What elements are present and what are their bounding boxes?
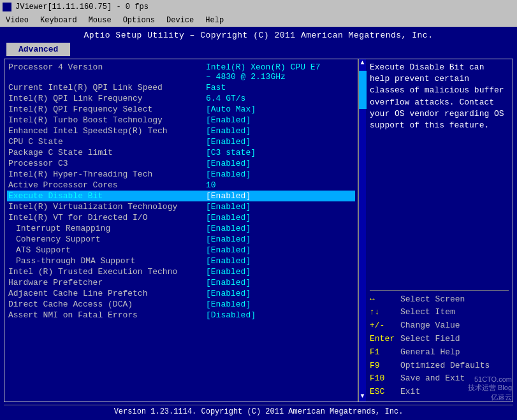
bios-header: Aptio Setup Utility – Copyright (C) 2011… xyxy=(0,27,517,41)
setting-name: Assert NMI on Fatal Errors xyxy=(8,310,206,320)
app-icon xyxy=(3,3,11,11)
setting-row: Package C State limit[C3 state] xyxy=(7,147,355,158)
watermark-line3: 亿速云 xyxy=(468,393,512,402)
scrollbar[interactable]: ▲ ▼ xyxy=(358,59,366,402)
legend-key: ↑↓ xyxy=(370,306,395,319)
setting-row: ATS Support[Enabled] xyxy=(7,245,355,256)
legend-key: ↔ xyxy=(370,293,395,307)
scroll-thumb[interactable] xyxy=(359,71,367,109)
setting-value: [Enabled] xyxy=(206,224,251,233)
setting-row: Intel(R) Virtualization Technology[Enabl… xyxy=(7,201,355,212)
setting-row: Intel(R) QPI Link Frequency6.4 GT/s xyxy=(7,93,355,104)
setting-row: Pass-through DMA Support[Enabled] xyxy=(7,256,355,266)
setting-name: ATS Support xyxy=(8,245,206,255)
setting-name: Interrupt Remapping xyxy=(8,224,206,233)
setting-value: [Enabled] xyxy=(206,278,251,287)
setting-row: Coherency Support[Enabled] xyxy=(7,234,355,245)
setting-value: [Enabled] xyxy=(206,245,251,255)
legend-row: ↑↓Select Item xyxy=(370,306,509,319)
legend-key: F1 xyxy=(370,346,395,359)
setting-row: Current Intel(R) QPI Link SpeedFast xyxy=(7,82,355,93)
setting-name: Intel(R) QPI Link Frequency xyxy=(8,94,206,103)
setting-value: [Enabled] xyxy=(206,170,251,179)
setting-value: [Disabled] xyxy=(206,310,256,320)
watermark-line1: 51CTO.com xyxy=(468,375,512,383)
tab-advanced[interactable]: Advanced xyxy=(6,43,70,56)
help-text: Execute Disable Bit can help prevent cer… xyxy=(370,62,509,290)
menu-bar: VideoKeyboardMouseOptionsDeviceHelp xyxy=(0,14,517,27)
legend-desc: Optimized Defaults xyxy=(400,359,490,373)
watermark-line2: 技术运营 Blog xyxy=(468,383,512,393)
settings-panel[interactable]: Processor 4 VersionIntel(R) Xeon(R) CPU … xyxy=(4,59,358,402)
legend-key: +/- xyxy=(370,319,395,333)
setting-row: Direct Cache Access (DCA)[Enabled] xyxy=(7,299,355,310)
title-bar-text: JViewer[11.11.160.75] - 0 fps xyxy=(15,3,149,11)
setting-row: Intel(R) QPI Frequency Select[Auto Max] xyxy=(7,104,355,115)
setting-name: Intel(R) Virtualization Technology xyxy=(8,202,206,212)
legend-desc: Select Field xyxy=(400,333,460,346)
legend-desc: Select Screen xyxy=(400,293,465,307)
content-area: Processor 4 VersionIntel(R) Xeon(R) CPU … xyxy=(4,59,513,402)
setting-name: Hardware Prefetcher xyxy=(8,278,206,287)
menu-item-options[interactable]: Options xyxy=(121,16,157,25)
setting-row: Intel (R) Trusted Execution Techno[Enabl… xyxy=(7,266,355,277)
menu-item-help[interactable]: Help xyxy=(203,16,226,25)
setting-name: Pass-through DMA Support xyxy=(8,256,206,266)
title-bar: JViewer[11.11.160.75] - 0 fps xyxy=(0,0,517,14)
legend-desc: Exit xyxy=(400,386,420,399)
legend-desc: Save and Exit xyxy=(400,372,465,386)
setting-name: Adjacent Cache Line Prefetch xyxy=(8,289,206,298)
watermark: 51CTO.com 技术运营 Blog 亿速云 xyxy=(468,375,512,402)
setting-value: [Enabled] xyxy=(206,126,251,136)
setting-row: Intel(R) VT for Directed I/O[Enabled] xyxy=(7,212,355,223)
menu-item-keyboard[interactable]: Keyboard xyxy=(38,16,79,25)
setting-name: Intel (R) Trusted Execution Techno xyxy=(8,267,206,277)
setting-value: [Enabled] xyxy=(206,256,251,266)
setting-name: Execute Disable Bit xyxy=(8,191,206,201)
menu-item-device[interactable]: Device xyxy=(164,16,196,25)
setting-row: Intel(R) Hyper-Threading Tech[Enabled] xyxy=(7,169,355,180)
setting-value: [Enabled] xyxy=(206,235,251,244)
setting-name: Package C State limit xyxy=(8,148,206,157)
legend-key: F10 xyxy=(370,372,395,386)
setting-value: [Enabled] xyxy=(206,159,251,168)
setting-row: Active Processor Cores10 xyxy=(7,180,355,191)
setting-row: CPU C State[Enabled] xyxy=(7,136,355,147)
scroll-down-arrow[interactable]: ▼ xyxy=(359,393,367,402)
setting-name: Intel(R) Hyper-Threading Tech xyxy=(8,170,206,179)
setting-value: [Auto Max] xyxy=(206,105,256,114)
setting-name: Processor C3 xyxy=(8,159,206,168)
legend-key: F9 xyxy=(370,359,395,373)
menu-item-mouse[interactable]: Mouse xyxy=(87,16,113,25)
menu-item-video[interactable]: Video xyxy=(4,16,31,25)
setting-row: Assert NMI on Fatal Errors[Disabled] xyxy=(7,310,355,321)
setting-name: Active Processor Cores xyxy=(8,180,206,190)
legend-row: ↔Select Screen xyxy=(370,293,509,307)
setting-value: [Enabled] xyxy=(206,191,251,201)
scroll-up-arrow[interactable]: ▲ xyxy=(359,59,367,68)
setting-row: Execute Disable Bit[Enabled] xyxy=(7,191,355,201)
setting-value: Intel(R) Xeon(R) CPU E7 – 4830 @ 2.13GHz xyxy=(206,62,320,82)
legend-key: Enter xyxy=(370,333,395,346)
legend-desc: Select Item xyxy=(400,306,455,319)
bios-wrapper: Aptio Setup Utility – Copyright (C) 2011… xyxy=(0,27,517,420)
legend-row: F1General Help xyxy=(370,346,509,359)
setting-value: [C3 state] xyxy=(206,148,256,157)
setting-value: [Enabled] xyxy=(206,137,251,147)
setting-value: Fast xyxy=(206,83,226,92)
setting-row: Enhanced Intel SpeedStep(R) Tech[Enabled… xyxy=(7,126,355,136)
setting-value: [Enabled] xyxy=(206,213,251,222)
setting-row: Hardware Prefetcher[Enabled] xyxy=(7,277,355,288)
legend-key: ESC xyxy=(370,386,395,399)
setting-name: Intel(R) Turbo Boost Technology xyxy=(8,115,206,125)
setting-row: Intel(R) Turbo Boost Technology[Enabled] xyxy=(7,115,355,126)
tab-row: Advanced xyxy=(0,41,517,56)
legend-row: F9Optimized Defaults xyxy=(370,359,509,373)
setting-name: Coherency Support xyxy=(8,235,206,244)
setting-row: Interrupt Remapping[Enabled] xyxy=(7,223,355,234)
legend-desc: General Help xyxy=(400,346,460,359)
right-panel: Execute Disable Bit can help prevent cer… xyxy=(366,59,513,402)
setting-name: CPU C State xyxy=(8,137,206,147)
setting-row: Processor 4 VersionIntel(R) Xeon(R) CPU … xyxy=(7,62,355,82)
setting-value: [Enabled] xyxy=(206,202,251,212)
